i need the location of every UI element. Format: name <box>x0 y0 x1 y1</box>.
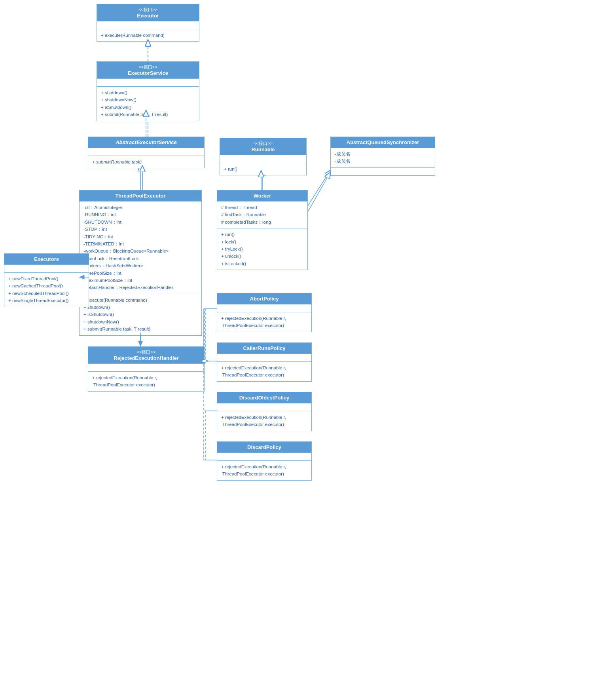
abort-policy-class: AbortPolicy + rejectedExecution(Runnable… <box>217 293 312 332</box>
runnable-fields <box>220 155 306 163</box>
runnable-stereotype: <<接口>> <box>224 141 302 146</box>
caller-runs-policy-name: CallerRunsPolicy <box>243 345 286 351</box>
thread-pool-executor-class: ThreadPoolExecutor -ctl：AtomicInteger -R… <box>79 190 202 336</box>
executor-service-class: <<接口>> ExecutorService + shutdown() + sh… <box>97 61 199 121</box>
worker-fields: # thread：Thread # firstTask：Runnable # c… <box>217 201 307 228</box>
rejected-execution-handler-fields <box>88 363 204 371</box>
executor-fields <box>97 21 199 29</box>
executor-service-name: ExecutorService <box>128 70 168 76</box>
abort-policy-methods: + rejectedExecution(Runnable r, ThreadPo… <box>217 312 311 332</box>
executor-stereotype: <<接口>> <box>101 7 195 13</box>
aqs-methods <box>331 167 435 175</box>
aqs-fields: -成员名 -成员名 <box>331 148 435 167</box>
aqs-header: AbstractQueuedSynchronizer <box>331 137 435 148</box>
discard-policy-name: DiscardPolicy <box>247 444 281 450</box>
abstract-executor-service-header: AbstractExecutorService <box>88 137 204 148</box>
discard-policy-class: DiscardPolicy + rejectedExecution(Runnab… <box>217 441 312 481</box>
caller-runs-policy-header: CallerRunsPolicy <box>217 343 311 354</box>
rejected-execution-handler-stereotype: <<接口>> <box>92 349 200 355</box>
discard-policy-header: DiscardPolicy <box>217 442 311 453</box>
thread-pool-executor-name: ThreadPoolExecutor <box>115 193 165 199</box>
rejected-execution-handler-header: <<接口>> RejectedExecutionHandler <box>88 347 204 363</box>
executor-name: Executor <box>137 13 159 19</box>
executors-class: Executors + newFixedThreadPool() + newCa… <box>4 253 89 307</box>
worker-name: Worker <box>254 193 271 199</box>
aqs-name: AbstractQueuedSynchronizer <box>347 139 419 145</box>
abort-policy-fields <box>217 304 311 312</box>
worker-methods: + run() + lock() + tryLock() + unlock() … <box>217 228 307 270</box>
executors-header: Executors <box>4 254 89 264</box>
svg-line-4 <box>308 170 330 206</box>
caller-runs-policy-methods: + rejectedExecution(Runnable r, ThreadPo… <box>217 361 311 381</box>
svg-line-26 <box>308 172 330 212</box>
rejected-execution-handler-methods: + rejectedExecution(Runnable r, ThreadPo… <box>88 371 204 391</box>
rejected-execution-handler-name: RejectedExecutionHandler <box>114 355 179 361</box>
executor-class: <<接口>> Executor + execute(Runnable comma… <box>97 4 199 42</box>
executors-methods: + newFixedThreadPool() + newCachedThread… <box>4 272 89 307</box>
runnable-methods: + run() <box>220 163 306 175</box>
runnable-header: <<接口>> Runnable <box>220 138 306 155</box>
abstract-executor-service-fields <box>88 148 204 156</box>
executor-header: <<接口>> Executor <box>97 4 199 21</box>
discard-policy-methods: + rejectedExecution(Runnable r, ThreadPo… <box>217 460 311 480</box>
runnable-name: Runnable <box>251 146 275 152</box>
executor-service-fields <box>97 78 199 86</box>
discard-oldest-policy-header: DiscardOldestPolicy <box>217 392 311 403</box>
discard-policy-fields <box>217 453 311 460</box>
worker-header: Worker <box>217 190 307 201</box>
caller-runs-policy-class: CallerRunsPolicy + rejectedExecution(Run… <box>217 342 312 382</box>
discard-oldest-policy-name: DiscardOldestPolicy <box>239 395 289 401</box>
thread-pool-executor-methods: + execute(Runnable command) + shutdown()… <box>80 294 201 335</box>
executor-service-stereotype: <<接口>> <box>101 64 195 70</box>
abort-policy-name: AbortPolicy <box>250 296 279 302</box>
abstract-executor-service-methods: + submit(Runnable task) <box>88 156 204 168</box>
discard-oldest-policy-fields <box>217 403 311 411</box>
executor-service-methods: + shutdown() + shutdownNow() + isShutdow… <box>97 86 199 121</box>
caller-runs-policy-fields <box>217 354 311 361</box>
executor-service-header: <<接口>> ExecutorService <box>97 62 199 78</box>
executor-methods: + execute(Runnable command) <box>97 29 199 41</box>
executors-name: Executors <box>34 256 59 262</box>
abstract-executor-service-class: AbstractExecutorService + submit(Runnabl… <box>88 137 205 168</box>
thread-pool-executor-header: ThreadPoolExecutor <box>80 190 201 201</box>
rejected-execution-handler-class: <<接口>> RejectedExecutionHandler + reject… <box>88 346 205 392</box>
discard-oldest-policy-class: DiscardOldestPolicy + rejectedExecution(… <box>217 392 312 431</box>
abstract-executor-service-name: AbstractExecutorService <box>116 139 177 145</box>
executors-fields <box>4 264 89 272</box>
aqs-class: AbstractQueuedSynchronizer -成员名 -成员名 <box>330 137 435 176</box>
thread-pool-executor-fields: -ctl：AtomicInteger -RUNNING：int -SHUTDOW… <box>80 201 201 294</box>
abort-policy-header: AbortPolicy <box>217 293 311 304</box>
uml-diagram: <<接口>> Executor + execute(Runnable comma… <box>0 0 616 694</box>
runnable-class: <<接口>> Runnable + run() <box>220 138 307 175</box>
discard-oldest-policy-methods: + rejectedExecution(Runnable r, ThreadPo… <box>217 411 311 431</box>
worker-class: Worker # thread：Thread # firstTask：Runna… <box>217 190 308 270</box>
